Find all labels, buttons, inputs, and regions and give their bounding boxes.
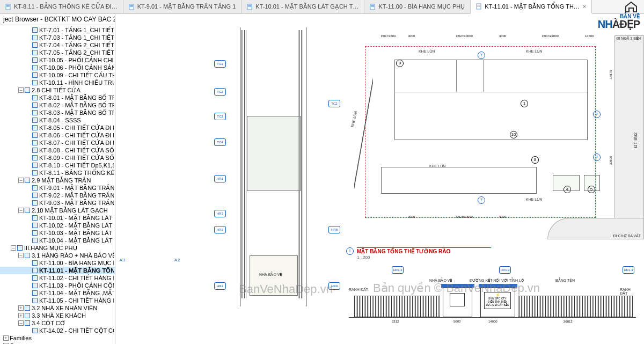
tree-item[interactable]: KT-10.11 - HÌNH CHIẾU TRỤC ĐO KH (0, 79, 115, 86)
road-label-south: ĐI CHỢ BA VÁT (613, 234, 641, 238)
tree-item[interactable]: KT-8.10 - CHI TIẾT Dp5,K1,S10,LG1,I (0, 162, 115, 169)
tree-label: KT-7.04 - TẦNG 2_CHI TIẾT KIẾN TRÚ (39, 41, 114, 49)
sheet-icon (32, 103, 38, 108)
tree-item[interactable]: KT-7.05 - TẦNG 2_CHI TIẾT KIẾN TRÚ (0, 49, 115, 56)
tree-item[interactable]: KT-8.02 - MẶT BẰNG BỐ TRÍ CỬA TẦ (0, 101, 115, 109)
tree-item[interactable]: KT-10.06 - PHỐI CẢNH SẢNH KHU C (0, 64, 115, 71)
tree-item[interactable]: KT-8.08 - CHI TIẾT CỬA SỐ S1,2,3,4 (0, 147, 115, 154)
tree-item[interactable]: KT-8.07 - CHI TIẾT CỬA ĐI Dk1,Dk2,I (0, 139, 115, 147)
tree-item[interactable]: KT-9.01 - MẶT BẰNG TRẦN TẦNG 1 (0, 184, 115, 192)
expander-icon[interactable]: + (18, 305, 24, 311)
sheet-icon (32, 57, 38, 63)
tree-item[interactable]: KT-11.02 - CHI TIẾT HÀNG RÀO TRỤ (0, 274, 115, 282)
sheet-icon (32, 125, 38, 130)
tree-item[interactable]: –2.9 MẶT BẰNG TRẦN (0, 177, 115, 184)
sheet-icon (32, 328, 38, 333)
tree-label: KT-8.10 - CHI TIẾT Dp5,K1,S10,LG1,I (39, 162, 114, 169)
expander-icon[interactable]: – (18, 87, 24, 93)
tree-item[interactable]: KT-10.02 - MẶT BẰNG LÁT GẠCH TẦ (0, 222, 115, 229)
tree-label: KT-9.02 - MẶT BẰNG TRẦN TẦNG 2 (39, 192, 114, 199)
drawing-canvas[interactable]: NHÀ BẢO VỆ TC1 TC2 TC3 TC4 HR1 HR3 HR2 H… (115, 14, 644, 344)
tree-label: KT-11.04 - MẶT BẰNG ,MẶT CẮT NH (39, 289, 114, 297)
tree-item[interactable]: KT-7.04 - TẦNG 2_CHI TIẾT KIẾN TRÚ (0, 41, 115, 49)
sheet-icon (476, 3, 482, 10)
document-tabs: KT-8.11 - BẢNG THỐNG KÊ CỬA ĐI…KT-9.01 -… (0, 0, 644, 14)
tree-item[interactable]: KT-7.03 - TẦNG 1_CHI TIẾT KIẾN TRÚ (0, 34, 115, 41)
tree-item[interactable]: –3.4 CỘT CỜ (0, 319, 115, 327)
sheet-icon (17, 245, 23, 251)
tree-item[interactable]: KT-8.01 - MẶT BẰNG BỐ TRÍ CỬA TẦ (0, 94, 115, 101)
sheet-icon (25, 320, 30, 326)
sheet-icon (32, 65, 38, 70)
tree-item[interactable]: KT-8.05 - CHI TIẾT CỬA ĐI D1,D2,D3 (0, 124, 115, 131)
expander-icon[interactable]: – (18, 208, 24, 213)
tab-3[interactable]: KT-11.00 - BÌA HANG MỤC PHỤ (364, 0, 471, 13)
expander-icon[interactable]: + (3, 335, 9, 341)
tab-4[interactable]: KT-11.01 - MẶT BẰNG TỔNG TH…× (471, 0, 592, 14)
svg-rect-3 (6, 6, 10, 7)
sheet-icon (247, 4, 253, 10)
tree-label: KT-10.11 - HÌNH CHIẾU TRỤC ĐO KH (39, 79, 114, 86)
tree-item[interactable]: KT-8.04 - SSSS (0, 116, 115, 124)
tree-item[interactable]: –2.8 CHI TIẾT CỬA (0, 86, 115, 94)
tree-label: KT-11.03 - PHỐI CẢNH CỔNG CHÍN (39, 282, 114, 289)
expander-icon[interactable]: – (18, 320, 24, 326)
tree-label: KT-8.08 - CHI TIẾT CỬA SỐ S1,2,3,4 (39, 147, 114, 154)
tree-item[interactable]: KT-11.04 - MẶT BẰNG ,MẶT CẮT NH (0, 289, 115, 297)
tree-item[interactable]: KT-9.02 - MẶT BẰNG TRẦN TẦNG 2 (0, 192, 115, 199)
svg-rect-14 (477, 5, 480, 5)
tree-item[interactable]: KT-10.03 - MẶT BẰNG LÁT GẠCH TẦ (0, 229, 115, 237)
tree-item[interactable]: +Groups (0, 342, 115, 344)
tree-item[interactable]: KT-11.01 - MẶT BẰNG TỔNG THỂ (0, 267, 115, 274)
project-browser-tree[interactable]: KT-7.01 - TẦNG 1_CHI TIẾT KIẾN TRÚKT-7.0… (0, 25, 115, 344)
tree-item[interactable]: +Families (0, 334, 115, 342)
tree-item[interactable]: KT-10.05 - PHỐI CẢNH CHI TIẾT MÁ (0, 56, 115, 64)
tree-label: KT-11.02 - CHI TIẾT HÀNG RÀO TRỤ (39, 274, 114, 282)
plan-nha-bao-ve-label: NHÀ BẢO VỆ (259, 273, 282, 277)
tree-item[interactable]: KT-7.01 - TẦNG 1_CHI TIẾT KIẾN TRÚ (0, 26, 115, 34)
tag-tc2-r: TC2 (328, 100, 340, 107)
tree-item[interactable]: –III.HANG MỤC PHỤ (0, 244, 115, 252)
tag-hr3-l: HR3 (214, 210, 226, 217)
expander-icon[interactable]: – (18, 178, 24, 183)
view-title-1: MẶT BẰNG TỔNG THỂ TƯỜNG RÀO (357, 247, 491, 254)
tree-label: 2.8 CHI TIẾT CỬA (32, 86, 80, 94)
tree-item[interactable]: +3.3 NHÀ XE KHÁCH (0, 312, 115, 319)
tree-item[interactable]: KT-10.01 - MẶT BẰNG LÁT GẠCH TẦ (0, 214, 115, 222)
expander-icon[interactable]: + (18, 313, 24, 318)
tree-item[interactable]: KT-8.03 - MẶT BẰNG BỐ TRÍ CỬA TẦ (0, 109, 115, 116)
tab-1[interactable]: KT-9.01 - MẶT BẰNG TRẦN TẦNG 1 (123, 0, 242, 13)
brand-logo: BẢN VẼ NHÀĐẸP (598, 1, 640, 28)
tree-item[interactable]: KT-10.09 - CHI TIẾT CẦU THANG TẦ (0, 71, 115, 79)
tree-item[interactable]: –2.10 MẶT BẰNG LÁT GẠCH (0, 207, 115, 214)
tab-0[interactable]: KT-8.11 - BẢNG THỐNG KÊ CỬA ĐI… (0, 0, 123, 13)
sheet-icon (25, 87, 30, 93)
tab-label: KT-9.01 - MẶT BẰNG TRẦN TẦNG 1 (137, 3, 236, 10)
tree-item[interactable]: KT-8.11 - BẢNG THỐNG KÊ CỬA ĐI,C (0, 169, 115, 177)
expander-icon[interactable]: – (18, 253, 24, 258)
tree-item[interactable]: KT-11.03 - PHỐI CẢNH CỔNG CHÍN (0, 282, 115, 289)
tree-item[interactable]: KT-8.09 - CHI TIẾT CỬA SỐ S5,6,7,8,9 (0, 154, 115, 162)
tree-item[interactable]: KT-11.00 - BÌA HANG MỤC PHỤ (0, 259, 115, 267)
expander-icon[interactable]: – (11, 245, 16, 251)
tree-label: Families (10, 334, 32, 342)
tree-label: KT-8.01 - MẶT BẰNG BỐ TRÍ CỬA TẦ (39, 94, 114, 101)
tree-item[interactable]: KT-11.05 - CHI TIẾT HÀNG RÀO PHO (0, 297, 115, 304)
tree-label: KT-9.03 - MẶT BẰNG TRẦN TẦNG 3 (39, 199, 114, 207)
tag-tc1: TC1 (214, 60, 226, 68)
tree-item[interactable]: KT-8.06 - CHI TIẾT CỬA ĐI Dp1,Dp2,I (0, 131, 115, 139)
tree-item[interactable]: KT-14.02 - CHI TIẾT CỘT CỜ (0, 327, 115, 334)
tree-label: KT-11.00 - BÌA HANG MỤC PHỤ (39, 259, 114, 267)
tree-label: KT-11.05 - CHI TIẾT HÀNG RÀO PHO (39, 297, 114, 304)
tree-item[interactable]: –3.1 HÀNG RÀO + NHÀ BẢO VỆ (0, 252, 115, 259)
tree-item[interactable]: KT-10.04 - MẶT BẰNG LÁT GẠCH SÂ (0, 237, 115, 244)
tab-2[interactable]: KT-10.01 - MẶT BẰNG LÁT GẠCH T… (241, 0, 364, 13)
sheet-icon (32, 268, 38, 273)
close-icon[interactable]: × (583, 3, 586, 10)
tree-label: KT-8.05 - CHI TIẾT CỬA ĐI D1,D2,D3 (39, 124, 114, 131)
sheet-icon (32, 230, 38, 236)
tree-item[interactable]: KT-9.03 - MẶT BẰNG TRẦN TẦNG 3 (0, 199, 115, 207)
tree-item[interactable]: +3.2 NHÀ XE NHÂN VIÊN (0, 304, 115, 312)
tag-hr1-l: HR1 (214, 175, 226, 182)
svg-marker-0 (626, 2, 636, 12)
